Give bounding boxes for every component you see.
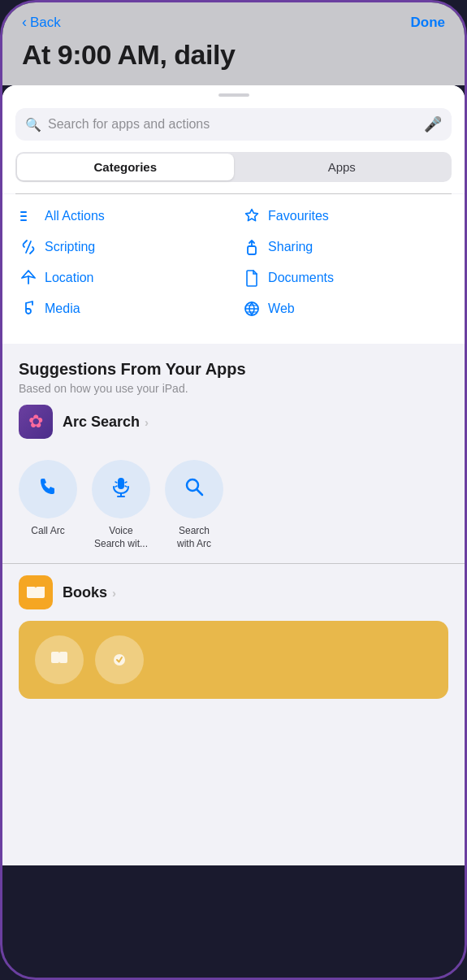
arc-search-actions: Call Arc Voice Search wit... [2, 457, 465, 563]
svg-point-3 [23, 211, 24, 213]
suggestions-subtitle: Based on how you use your iPad. [19, 382, 448, 395]
location-label: Location [45, 271, 94, 285]
header-background: ‹ Back Done At 9:00 AM, daily [2, 2, 465, 85]
back-chevron-icon: ‹ [22, 14, 27, 31]
search-input[interactable]: Search for apps and actions [48, 117, 417, 132]
suggestions-section: Suggestions From Your Apps Based on how … [2, 344, 465, 405]
category-row-2: Scripting Sharing [19, 238, 448, 256]
segmented-control: Categories Apps [2, 152, 465, 193]
arc-search-name-row[interactable]: Arc Search › [63, 414, 149, 431]
action-call-arc[interactable]: Call Arc [19, 460, 77, 550]
documents-icon [242, 269, 262, 287]
media-label: Media [45, 301, 80, 316]
sheet-handle [218, 93, 249, 97]
sharing-label: Sharing [268, 240, 313, 254]
arc-search-icon: ✿ [19, 405, 53, 439]
search-bar[interactable]: 🔍 Search for apps and actions 🎤 [15, 108, 452, 141]
arc-search-name: Arc Search [63, 414, 140, 431]
media-icon [19, 300, 38, 318]
sharing-icon [242, 238, 262, 256]
books-app-row: Books › [2, 564, 465, 699]
tab-apps[interactable]: Apps [234, 154, 451, 180]
sheet-handle-area [2, 85, 465, 102]
category-web[interactable]: Web [242, 300, 448, 318]
phone-icon [36, 475, 60, 505]
arc-search-header: ✿ Arc Search › [19, 405, 448, 439]
search-area: 🔍 Search for apps and actions 🎤 [2, 102, 465, 152]
arc-search-app-row: ✿ Arc Search › [2, 405, 465, 457]
voice-search-icon [109, 475, 133, 505]
category-row-4: Media Web [19, 300, 448, 318]
back-button[interactable]: ‹ Back [22, 14, 61, 31]
category-documents[interactable]: Documents [242, 269, 448, 287]
favourites-label: Favourites [268, 209, 329, 223]
action-search-with-arc[interactable]: Search with Arc [165, 460, 223, 550]
all-actions-label: All Actions [45, 209, 105, 223]
books-bubble-2 [95, 635, 144, 684]
svg-line-15 [197, 489, 203, 495]
svg-rect-11 [118, 478, 124, 489]
arc-search-chevron-icon: › [145, 415, 149, 429]
books-actions [19, 621, 448, 699]
segment-wrapper: Categories Apps [15, 152, 452, 182]
scripting-label: Scripting [45, 240, 95, 254]
web-icon [242, 300, 262, 318]
tab-categories[interactable]: Categories [17, 154, 234, 180]
books-icon [19, 575, 53, 609]
category-location[interactable]: Location [19, 269, 225, 287]
category-row-3: Location Documents [19, 269, 448, 287]
categories-grid: All Actions Favourites [2, 194, 465, 344]
books-chevron-icon: › [112, 586, 116, 600]
books-name: Books [63, 584, 107, 601]
scripting-icon [19, 238, 38, 256]
category-row-1: All Actions Favourites [19, 207, 448, 225]
search-icon: 🔍 [25, 117, 41, 132]
suggestions-title: Suggestions From Your Apps [19, 360, 448, 379]
category-all-actions[interactable]: All Actions [19, 207, 225, 225]
books-action-2[interactable] [95, 635, 144, 684]
search-with-arc-label: Search with Arc [177, 525, 211, 550]
books-name-row[interactable]: Books › [63, 584, 116, 601]
favourites-icon [242, 207, 262, 225]
svg-point-4 [23, 215, 24, 217]
search-with-arc-bubble [165, 460, 223, 518]
action-voice-search[interactable]: Voice Search wit... [92, 460, 150, 550]
nav-bar: ‹ Back Done [22, 14, 445, 31]
search-arc-icon [182, 475, 206, 505]
category-favourites[interactable]: Favourites [242, 207, 448, 225]
page-title: At 9:00 AM, daily [22, 39, 445, 71]
phone-wrapper: ‹ Back Done At 9:00 AM, daily 🔍 Search f… [0, 0, 467, 980]
action-sheet: 🔍 Search for apps and actions 🎤 Categori… [2, 85, 465, 865]
svg-point-5 [23, 219, 24, 221]
microphone-icon[interactable]: 🎤 [424, 115, 442, 133]
svg-rect-6 [248, 246, 256, 254]
arc-flower-icon: ✿ [28, 411, 43, 432]
books-header: Books › [19, 575, 448, 609]
category-sharing[interactable]: Sharing [242, 238, 448, 256]
web-label: Web [268, 301, 295, 316]
svg-rect-16 [51, 652, 59, 663]
location-icon [19, 269, 38, 287]
category-scripting[interactable]: Scripting [19, 238, 225, 256]
call-arc-bubble [19, 460, 77, 518]
books-action-1[interactable] [35, 635, 84, 684]
svg-rect-17 [59, 652, 67, 663]
voice-search-bubble [92, 460, 150, 518]
category-media[interactable]: Media [19, 300, 225, 318]
done-button[interactable]: Done [411, 15, 446, 31]
all-actions-icon [19, 207, 38, 225]
voice-search-label: Voice Search wit... [94, 525, 148, 550]
documents-label: Documents [268, 271, 334, 285]
call-arc-label: Call Arc [31, 525, 64, 538]
back-label: Back [30, 15, 61, 31]
books-bubble-1 [35, 635, 84, 684]
